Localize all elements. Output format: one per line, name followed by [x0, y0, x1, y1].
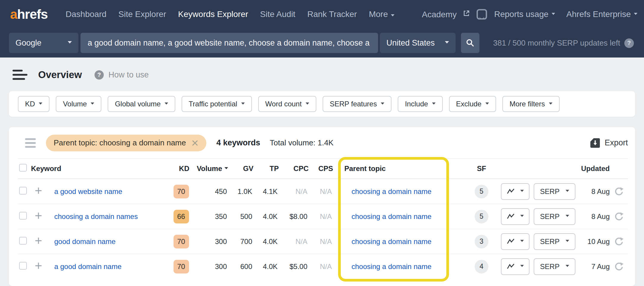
chevron-down-icon — [306, 102, 309, 105]
col-volume[interactable]: Volume — [192, 164, 231, 173]
keyword-link[interactable]: a good website name — [54, 187, 122, 195]
serp-button[interactable]: SERP — [534, 258, 575, 275]
sparkline-icon — [507, 213, 515, 220]
filters-bar: KD Volume Global volume Traffic potentia… — [9, 91, 635, 117]
quota-help-icon[interactable] — [624, 38, 634, 48]
page-header-row: Overview How to use — [13, 63, 149, 86]
row-checkbox[interactable] — [19, 187, 27, 195]
parent-topic-filter-chip[interactable]: Parent topic: choosing a domain name — [46, 135, 206, 151]
cps-cell: N/A — [312, 187, 336, 196]
filter-volume[interactable]: Volume — [56, 96, 101, 112]
filter-kd[interactable]: KD — [18, 96, 49, 112]
serp-quota: 381 / 500 monthly SERP updates left — [493, 29, 634, 57]
add-to-list-icon[interactable] — [35, 237, 42, 245]
row-checkbox[interactable] — [19, 262, 27, 270]
serp-button[interactable]: SERP — [534, 183, 575, 200]
country-select[interactable]: United States — [380, 33, 456, 53]
export-button[interactable]: Export — [590, 138, 628, 148]
gv-cell: 1.0K — [231, 187, 256, 196]
nav-item-academy[interactable]: Academy — [422, 10, 470, 19]
refresh-icon[interactable] — [614, 212, 624, 221]
row-checkbox[interactable] — [19, 237, 27, 245]
how-to-use-link[interactable]: How to use — [109, 70, 149, 80]
cpc-cell: N/A — [282, 237, 312, 246]
col-kd[interactable]: KD — [170, 164, 192, 173]
trend-chart-button[interactable] — [501, 233, 530, 250]
chevron-down-icon — [520, 265, 524, 267]
refresh-icon[interactable] — [614, 237, 624, 246]
tp-cell: 4.0K — [256, 237, 282, 246]
ahrefs-logo[interactable]: ahrefs — [10, 7, 48, 22]
gv-cell: 500 — [231, 212, 256, 221]
how-to-use-help-icon[interactable] — [95, 70, 104, 80]
filter-exclude[interactable]: Exclude — [449, 96, 496, 112]
parent-topic-link[interactable]: choosing a domain name — [352, 262, 431, 271]
col-sf[interactable]: SF — [465, 164, 498, 173]
refresh-icon[interactable] — [614, 187, 624, 196]
keyword-link[interactable]: choosing a domain names — [54, 212, 138, 220]
external-link-icon — [462, 10, 470, 17]
add-to-list-icon[interactable] — [35, 212, 42, 220]
chevron-down-icon — [552, 13, 555, 15]
filter-word-count[interactable]: Word count — [258, 96, 316, 112]
chevron-down-icon — [520, 240, 524, 242]
volume-cell: 300 — [192, 237, 231, 246]
keyword-link[interactable]: a good domain name — [54, 262, 122, 271]
updated-cell: 8 Aug — [577, 212, 610, 221]
parent-topic-link[interactable]: choosing a domain name — [352, 212, 431, 220]
filter-more-filters[interactable]: More filters — [502, 96, 560, 112]
keywords-query-input[interactable] — [80, 33, 378, 53]
filter-serp-features[interactable]: SERP features — [323, 96, 391, 112]
trend-chart-button[interactable] — [501, 258, 530, 275]
filter-global-volume[interactable]: Global volume — [108, 96, 175, 112]
close-icon[interactable] — [191, 139, 199, 147]
parent-topic-link[interactable]: choosing a domain name — [352, 187, 431, 195]
col-cps[interactable]: CPS — [312, 164, 336, 173]
col-cpc[interactable]: CPC — [282, 164, 312, 173]
chevron-down-icon — [485, 102, 489, 105]
serp-button[interactable]: SERP — [534, 208, 575, 225]
nav-right-group: Reports usage Ahrefs Enterprise — [476, 9, 637, 20]
nav-item-keywords-explorer[interactable]: Keywords Explorer — [178, 10, 248, 19]
row-checkbox[interactable] — [19, 212, 27, 220]
chevron-down-icon — [381, 102, 384, 105]
parent-topic-link[interactable]: choosing a domain name — [352, 237, 431, 245]
search-button[interactable] — [461, 33, 479, 53]
logo-a: a — [10, 7, 17, 21]
nav-item-rank-tracker[interactable]: Rank Tracker — [307, 10, 357, 19]
search-engine-select[interactable]: Google — [9, 33, 78, 53]
nav-item-site-audit[interactable]: Site Audit — [260, 10, 295, 19]
keywords-count: 4 keywords — [216, 138, 260, 147]
add-to-list-icon[interactable] — [35, 262, 42, 270]
gv-cell: 600 — [231, 262, 256, 271]
col-keyword[interactable]: Keyword — [31, 164, 170, 173]
trend-chart-button[interactable] — [501, 183, 530, 200]
sort-desc-icon — [225, 167, 228, 169]
sparkline-icon — [507, 188, 515, 195]
keyword-link[interactable]: good domain name — [54, 237, 115, 245]
add-to-list-icon[interactable] — [35, 187, 42, 195]
chevron-down-icon — [520, 190, 524, 192]
nav-item-dashboard[interactable]: Dashboard — [66, 10, 106, 19]
filter-traffic-potential[interactable]: Traffic potential — [182, 96, 252, 112]
reports-usage-icon — [476, 9, 487, 20]
col-parent-topic[interactable]: Parent topic — [336, 164, 465, 173]
list-menu-icon[interactable] — [25, 138, 36, 148]
reports-menu-icon[interactable] — [13, 70, 27, 80]
page-title: Overview — [38, 69, 82, 80]
workspace-menu[interactable]: Ahrefs Enterprise — [566, 10, 637, 19]
nav-item-more[interactable]: More — [369, 10, 394, 19]
reports-usage-menu[interactable]: Reports usage — [494, 10, 555, 19]
col-tp[interactable]: TP — [256, 164, 282, 173]
serp-button[interactable]: SERP — [534, 233, 575, 250]
volume-cell: 350 — [192, 212, 231, 221]
col-updated[interactable]: Updated — [577, 164, 610, 173]
kd-badge: 66 — [174, 210, 189, 223]
refresh-icon[interactable] — [614, 262, 624, 271]
col-gv[interactable]: GV — [231, 164, 256, 173]
filter-include[interactable]: Include — [398, 96, 442, 112]
nav-item-site-explorer[interactable]: Site Explorer — [118, 10, 166, 19]
select-all-checkbox[interactable] — [19, 164, 27, 172]
keywords-explorer-page: ahrefs Dashboard Site Explorer Keywords … — [0, 0, 644, 286]
trend-chart-button[interactable] — [501, 208, 530, 225]
